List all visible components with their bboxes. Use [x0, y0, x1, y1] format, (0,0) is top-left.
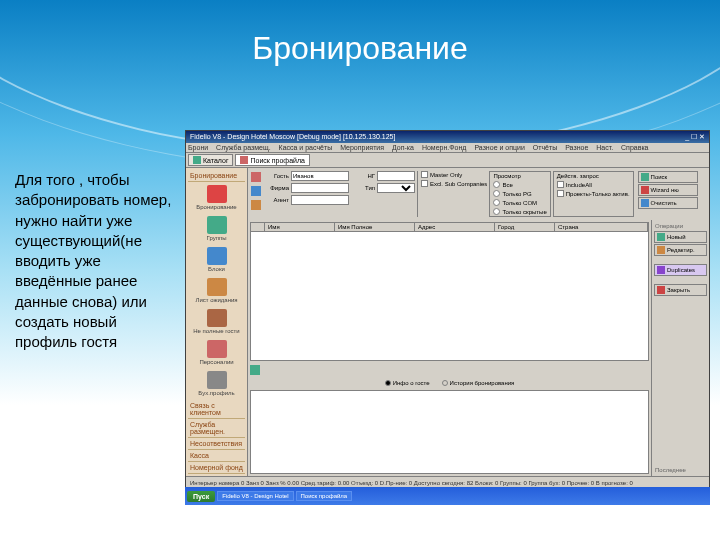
- menu-item[interactable]: Мероприятия: [340, 144, 384, 151]
- booking-icon: [207, 185, 227, 203]
- guest-input[interactable]: [291, 171, 349, 181]
- guest-icon: [251, 172, 261, 182]
- slide-description: Для того , чтобы забронировать номер, ну…: [15, 170, 180, 352]
- type-select[interactable]: [377, 183, 415, 193]
- close-icon: [657, 286, 665, 294]
- sidebar-item-accounting[interactable]: Бух.профиль: [188, 368, 245, 399]
- radio-all[interactable]: Все: [493, 181, 546, 188]
- dup-icon: [657, 266, 665, 274]
- new-icon: [657, 233, 665, 241]
- menu-item[interactable]: Доп-ка: [392, 144, 414, 151]
- close-button[interactable]: Закрыть: [654, 284, 707, 296]
- search-panel: Гость Фирма Агент НГ Тип Master Only Exc…: [248, 168, 709, 220]
- radio-icon: [385, 380, 391, 386]
- taskbar-app[interactable]: Fidelio V8 - Design Hotel: [217, 491, 293, 501]
- sidebar: Бронирование Бронирование Группы Блоки Л…: [186, 168, 248, 476]
- results-grid[interactable]: Имя Имя Полное Адрес Город Страна: [250, 222, 649, 361]
- firm-icon: [251, 186, 261, 196]
- radio-icon: [442, 380, 448, 386]
- status-stats: Интерьер номера 0 Занз 0 Занз % 0.00 Сре…: [188, 479, 707, 487]
- sidebar-header: Бронирование: [188, 170, 245, 182]
- grid-body[interactable]: [251, 232, 648, 360]
- folder-icon: [193, 156, 201, 164]
- sidebar-section[interactable]: Касса: [188, 450, 245, 462]
- radio-pg[interactable]: Только PG: [493, 190, 546, 197]
- sidebar-item-persons[interactable]: Персоналии: [188, 337, 245, 368]
- sidebar-item-booking[interactable]: Бронирование: [188, 182, 245, 213]
- incomplete-icon: [207, 309, 227, 327]
- window-controls[interactable]: _ ☐ ✕: [685, 133, 705, 141]
- duplicates-button[interactable]: Duplicates: [654, 264, 707, 276]
- menu-item[interactable]: Наст.: [596, 144, 613, 151]
- accounting-icon: [207, 371, 227, 389]
- doc-tabs: Каталог Поиск профайла: [186, 153, 709, 168]
- count-icon: [250, 365, 260, 375]
- col-country[interactable]: Страна: [555, 223, 648, 231]
- groups-icon: [207, 216, 227, 234]
- firm-label: Фирма: [265, 185, 289, 191]
- menu-item[interactable]: Справка: [621, 144, 648, 151]
- tab-catalog[interactable]: Каталог: [188, 154, 233, 166]
- menu-item[interactable]: Касса и расчёты: [279, 144, 333, 151]
- start-button[interactable]: Пуск: [187, 491, 215, 502]
- sidebar-item-groups[interactable]: Группы: [188, 213, 245, 244]
- active-only-check[interactable]: Проекты-Только актив.: [557, 190, 630, 197]
- sidebar-item-blocks[interactable]: Блоки: [188, 244, 245, 275]
- ng-input[interactable]: [377, 171, 415, 181]
- sidebar-item-incomplete[interactable]: Не полные гости: [188, 306, 245, 337]
- slide-title: Бронирование: [0, 0, 720, 67]
- master-only-check[interactable]: Master Only: [421, 171, 487, 178]
- sidebar-item-waitlist[interactable]: Лист ожидания: [188, 275, 245, 306]
- wizard-button[interactable]: Wizard ню: [638, 184, 698, 196]
- radio-hidden[interactable]: Только скрытые: [493, 208, 546, 215]
- agent-input[interactable]: [291, 195, 349, 205]
- tab-profile-search[interactable]: Поиск профайла: [235, 154, 309, 166]
- detail-grid[interactable]: [250, 390, 649, 474]
- recent-header: Последнее: [654, 466, 707, 474]
- blocks-icon: [207, 247, 227, 265]
- sidebar-section[interactable]: Несоответствия: [188, 438, 245, 450]
- search-button[interactable]: Поиск: [638, 171, 698, 183]
- subtab-booking-history[interactable]: История бронирования: [438, 379, 519, 387]
- menu-item[interactable]: Брони: [188, 144, 208, 151]
- view-group-title: Просмотр: [493, 173, 546, 179]
- person-icon: [240, 156, 248, 164]
- col-city[interactable]: Город: [495, 223, 555, 231]
- edit-icon: [657, 246, 665, 254]
- type-label: Тип: [351, 185, 375, 191]
- col-address[interactable]: Адрес: [415, 223, 495, 231]
- menu-item[interactable]: Служба размещ.: [216, 144, 271, 151]
- clear-button[interactable]: Очистить: [638, 197, 698, 209]
- search-icon: [641, 173, 649, 181]
- waitlist-icon: [207, 278, 227, 296]
- sidebar-section[interactable]: Служба размещен.: [188, 419, 245, 438]
- titlebar-text: Fidelio V8 - Design Hotel Moscow [Debug …: [190, 133, 395, 141]
- ops-header: Операции: [654, 222, 707, 230]
- taskbar-app[interactable]: Поиск профайла: [296, 491, 353, 501]
- menu-item[interactable]: Разное и опции: [474, 144, 524, 151]
- radio-com[interactable]: Только COM: [493, 199, 546, 206]
- edit-button[interactable]: Редактир.: [654, 244, 707, 256]
- col-fullname[interactable]: Имя Полное: [335, 223, 415, 231]
- query-group-title: Действ. запрос: [557, 173, 630, 179]
- titlebar: Fidelio V8 - Design Hotel Moscow [Debug …: [186, 131, 709, 143]
- agent-icon: [251, 200, 261, 210]
- include-all-check[interactable]: IncludeAll: [557, 181, 630, 188]
- menu-item[interactable]: Разное: [565, 144, 588, 151]
- agent-label: Агент: [265, 197, 289, 203]
- sidebar-section[interactable]: Связь с клиентом: [188, 400, 245, 419]
- person-icon: [207, 340, 227, 358]
- col-name[interactable]: Имя: [265, 223, 335, 231]
- guest-label: Гость: [265, 173, 289, 179]
- menu-item[interactable]: Отчёты: [533, 144, 557, 151]
- new-button[interactable]: Новый: [654, 231, 707, 243]
- menu-item[interactable]: Номерн.Фонд: [422, 144, 467, 151]
- firm-input[interactable]: [291, 183, 349, 193]
- subtab-guest-info[interactable]: Инфо о госте: [381, 379, 434, 387]
- right-buttons: Операции Новый Редактир. Duplicates Закр…: [651, 220, 709, 476]
- clear-icon: [641, 199, 649, 207]
- menubar[interactable]: Брони Служба размещ. Касса и расчёты Мер…: [186, 143, 709, 153]
- sidebar-section[interactable]: Номерной фонд: [188, 462, 245, 474]
- excl-sub-check[interactable]: Excl. Sub Companies: [421, 180, 487, 187]
- app-window: Fidelio V8 - Design Hotel Moscow [Debug …: [185, 130, 710, 500]
